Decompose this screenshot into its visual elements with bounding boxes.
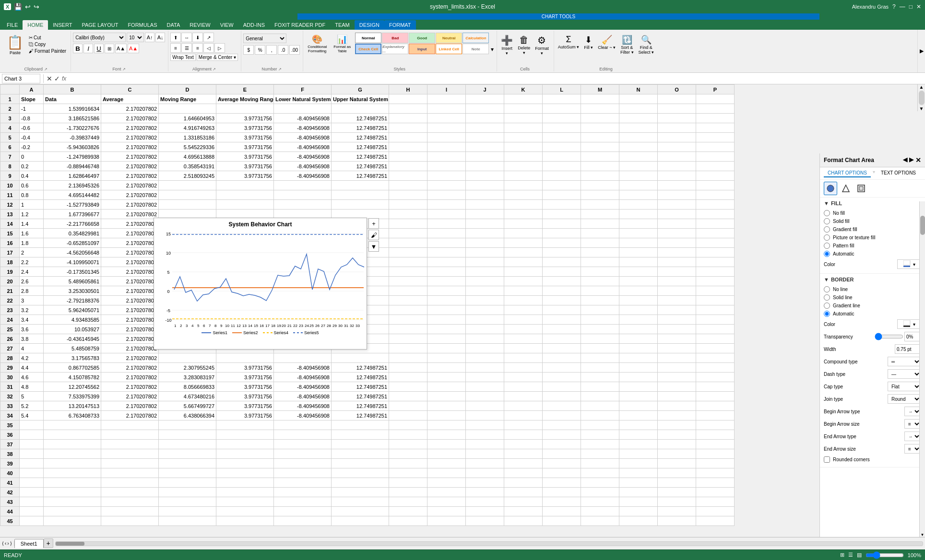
begin-arrow-size-select[interactable]: ≡ <box>904 419 921 429</box>
cell-r28-c10[interactable] <box>504 353 543 363</box>
cell-r14-c10[interactable] <box>504 219 543 229</box>
align-left-button[interactable]: ≡ <box>170 43 181 53</box>
cell-r45-c11[interactable] <box>543 516 581 526</box>
style-explanatory[interactable]: Explanatory ... <box>382 44 408 54</box>
cell-r40-c10[interactable] <box>504 468 543 478</box>
cell-r29-c12[interactable] <box>581 363 619 373</box>
header-cell-7[interactable] <box>389 94 427 104</box>
align-center-button[interactable]: ☰ <box>181 43 192 53</box>
cell-r3-c4[interactable]: 3.97731756 <box>216 114 274 123</box>
cell-r22-c11[interactable] <box>543 296 581 305</box>
col-header-j[interactable]: J <box>466 85 504 94</box>
cell-r37-c6[interactable] <box>332 440 389 449</box>
cell-r38-c12[interactable] <box>581 449 619 459</box>
text-orientation-button[interactable]: ↗ <box>203 33 214 42</box>
cell-r35-c4[interactable] <box>216 420 274 430</box>
cell-r20-c10[interactable] <box>504 277 543 286</box>
cell-r41-c3[interactable] <box>159 478 216 488</box>
cell-r39-c9[interactable] <box>466 459 504 468</box>
sheet-tab-scroll-right2[interactable]: › <box>7 541 9 546</box>
tab-insert[interactable]: INSERT <box>48 20 77 30</box>
join-type-select[interactable]: RoundBevelMiter <box>888 394 921 404</box>
cell-r38-c5[interactable] <box>274 449 332 459</box>
cell-r20-c1[interactable]: 5.489605861 <box>44 277 101 286</box>
cell-r35-c5[interactable] <box>274 420 332 430</box>
cell-r23-c8[interactable] <box>427 305 466 315</box>
cell-r13-c13[interactable] <box>619 210 658 219</box>
cell-r45-c1[interactable] <box>44 516 101 526</box>
cell-r2-c14[interactable] <box>658 104 696 114</box>
cell-r40-c2[interactable] <box>101 468 159 478</box>
cell-r13-c12[interactable] <box>581 210 619 219</box>
indent-decrease-button[interactable]: ◁ <box>203 43 214 53</box>
cell-r45-c15[interactable] <box>696 516 735 526</box>
cell-r41-c7[interactable] <box>389 478 427 488</box>
cell-r36-c13[interactable] <box>619 430 658 440</box>
cell-r8-c6[interactable]: 12.74987251 <box>332 162 389 171</box>
cell-r22-c12[interactable] <box>581 296 619 305</box>
cell-r10-c1[interactable]: 2.136945326 <box>44 181 101 190</box>
cell-r7-c10[interactable] <box>504 152 543 162</box>
cell-r7-c2[interactable]: 2.170207802 <box>101 152 159 162</box>
cell-r3-c3[interactable]: 1.646604953 <box>159 114 216 123</box>
col-header-m[interactable]: M <box>581 85 619 94</box>
cell-r31-c3[interactable]: 8.056669833 <box>159 382 216 392</box>
cell-r9-c12[interactable] <box>581 171 619 181</box>
cell-r44-c7[interactable] <box>389 507 427 516</box>
cell-r26-c13[interactable] <box>619 334 658 344</box>
cell-r33-c11[interactable] <box>543 401 581 411</box>
fill-line-icon-btn[interactable] <box>824 182 837 195</box>
cell-r17-c7[interactable] <box>389 248 427 257</box>
cell-r26-c1[interactable]: -0.436145945 <box>44 334 101 344</box>
cell-r9-c1[interactable]: 1.628646497 <box>44 171 101 181</box>
cell-r2-c3[interactable] <box>159 104 216 114</box>
cell-r21-c0[interactable]: 2.8 <box>20 286 44 296</box>
cell-r28-c13[interactable] <box>619 353 658 363</box>
cell-r15-c15[interactable] <box>696 229 735 238</box>
cell-r20-c15[interactable] <box>696 277 735 286</box>
cell-r43-c5[interactable] <box>274 497 332 507</box>
cell-r39-c8[interactable] <box>427 459 466 468</box>
cell-r6-c0[interactable]: -0.2 <box>20 142 44 152</box>
cell-r34-c7[interactable] <box>389 411 427 420</box>
cell-r10-c6[interactable] <box>332 181 389 190</box>
cell-r33-c4[interactable]: 3.97731756 <box>216 401 274 411</box>
cell-r28-c3[interactable] <box>159 353 216 363</box>
cell-r27-c8[interactable] <box>427 344 466 353</box>
cell-r8-c0[interactable]: 0.2 <box>20 162 44 171</box>
cell-r2-c12[interactable] <box>581 104 619 114</box>
tab-file[interactable]: FILE <box>2 20 23 30</box>
cell-r27-c9[interactable] <box>466 344 504 353</box>
cell-r27-c11[interactable] <box>543 344 581 353</box>
cell-r12-c11[interactable] <box>543 200 581 210</box>
cell-r19-c9[interactable] <box>466 267 504 277</box>
italic-button[interactable]: I <box>83 44 93 53</box>
sort-filter-button[interactable]: 🔃 Sort & Filter ▾ <box>618 34 636 56</box>
tab-review[interactable]: REVIEW <box>185 20 215 30</box>
cell-r30-c8[interactable] <box>427 373 466 382</box>
cell-r10-c12[interactable] <box>581 181 619 190</box>
cell-r28-c2[interactable]: 2.170207802 <box>101 353 159 363</box>
cell-r26-c12[interactable] <box>581 334 619 344</box>
cell-r3-c1[interactable]: 3.186521586 <box>44 114 101 123</box>
cell-r35-c6[interactable] <box>332 420 389 430</box>
cell-r30-c4[interactable]: 3.97731756 <box>216 373 274 382</box>
cell-r28-c12[interactable] <box>581 353 619 363</box>
cell-r8-c4[interactable]: 3.97731756 <box>216 162 274 171</box>
cell-r45-c3[interactable] <box>159 516 216 526</box>
header-cell-13[interactable] <box>619 94 658 104</box>
cell-r21-c10[interactable] <box>504 286 543 296</box>
cell-r7-c11[interactable] <box>543 152 581 162</box>
cell-r29-c1[interactable]: 0.867702585 <box>44 363 101 373</box>
cell-r38-c8[interactable] <box>427 449 466 459</box>
cell-r39-c7[interactable] <box>389 459 427 468</box>
cell-r18-c15[interactable] <box>696 257 735 267</box>
cell-r18-c0[interactable]: 2.2 <box>20 257 44 267</box>
tab-view[interactable]: VIEW <box>215 20 238 30</box>
cell-r11-c1[interactable]: 4.695144482 <box>44 190 101 200</box>
cell-r41-c0[interactable] <box>20 478 44 488</box>
cell-r20-c9[interactable] <box>466 277 504 286</box>
cell-r8-c2[interactable]: 2.170207802 <box>101 162 159 171</box>
cell-r45-c2[interactable] <box>101 516 159 526</box>
cell-r10-c7[interactable] <box>389 181 427 190</box>
